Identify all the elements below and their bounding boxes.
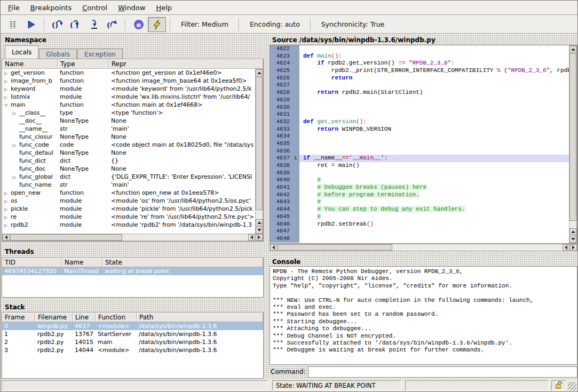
expander-icon[interactable]: ▷	[13, 109, 19, 117]
column-header-name[interactable]: Name	[2, 59, 58, 69]
thread-row[interactable]: 46974534127920MainThreadwaiting at break…	[2, 267, 263, 275]
scroll-up-button[interactable]	[569, 228, 576, 235]
source-line[interactable]: 4634	[270, 133, 569, 140]
source-vertical-scrollbar[interactable]	[569, 45, 577, 243]
source-line[interactable]: 4622	[270, 45, 569, 53]
namespace-row[interactable]: func_closurNoneTypeNone	[2, 133, 255, 141]
menu-help[interactable]: Help	[151, 2, 177, 14]
scroll-left-button[interactable]	[270, 244, 277, 251]
source-line[interactable]: 4627	[270, 82, 569, 89]
column-header-frame[interactable]: Frame	[2, 313, 35, 322]
source-line[interactable]: 4632def get_version():	[270, 118, 569, 126]
step-into-button[interactable]: ( )	[67, 17, 85, 32]
source-line[interactable]: 4628 return rpdb2.main(StartClient)	[270, 89, 569, 97]
encoding-button[interactable]: e	[130, 17, 148, 32]
source-code-area[interactable]: 46224623def main():4624 if rpdb2.get_ver…	[270, 45, 577, 244]
expander-icon[interactable]: ▷	[4, 77, 11, 85]
source-horizontal-scrollbar[interactable]	[270, 244, 577, 251]
expander-icon[interactable]: ▷	[4, 197, 11, 205]
column-header-path[interactable]: Path	[137, 313, 263, 322]
namespace-row[interactable]: ▷picklemodule<module 'pickle' from '/usr…	[2, 205, 255, 213]
source-line[interactable]: 4629	[270, 97, 569, 104]
scrollbar-thumb[interactable]	[10, 234, 122, 241]
namespace-row[interactable]: ▷func_codecode<code object main at 0x180…	[2, 141, 255, 149]
tab-locals[interactable]: Locals	[5, 45, 38, 59]
namespace-row[interactable]: ▷image_from_bfunction<function image_fro…	[2, 77, 255, 85]
run-to-cursor-button[interactable]: (	[103, 17, 121, 32]
source-line[interactable]: 4648	[270, 235, 569, 243]
expander-icon[interactable]: ▷	[4, 93, 11, 101]
step-out-button[interactable]	[85, 17, 103, 32]
column-header-filename[interactable]: Filename	[35, 313, 73, 322]
namespace-row[interactable]: func_docNoneTypeNone	[2, 165, 255, 173]
source-line[interactable]: 4637Lif __name__=='__main__':	[270, 155, 569, 162]
synchronicity-button[interactable]	[148, 17, 166, 32]
source-line[interactable]: 4636	[270, 148, 569, 155]
stack-frame-row[interactable]: 1rpdb2.py13767StartServer/data/sys/bin/w…	[2, 330, 263, 338]
source-line[interactable]: 4630	[270, 104, 569, 111]
source-line[interactable]: 4626 return	[270, 75, 569, 82]
step-over-button[interactable]: ()	[49, 17, 67, 32]
expander-icon[interactable]: ▷	[4, 85, 11, 93]
expander-icon[interactable]: ▷	[4, 221, 11, 229]
source-line[interactable]: 4639	[270, 170, 569, 177]
scroll-right-button[interactable]	[570, 244, 577, 251]
expander-icon[interactable]: ▽	[4, 101, 11, 109]
source-line[interactable]: 4643 #	[270, 198, 569, 206]
scroll-up-button[interactable]	[256, 219, 263, 226]
scroll-left-button[interactable]	[248, 234, 255, 241]
namespace-row[interactable]: func_namestr'main'	[2, 181, 255, 189]
namespace-row[interactable]: ▷remodule<module 're' from '/usr/lib64/p…	[2, 213, 255, 221]
namespace-row[interactable]: func_defaulNoneTypeNone	[2, 149, 255, 157]
expander-icon[interactable]: ▷	[13, 173, 19, 181]
source-line[interactable]: 4631	[270, 111, 569, 118]
go-button[interactable]	[22, 17, 40, 32]
menu-control[interactable]: Control	[77, 2, 113, 14]
namespace-horizontal-scrollbar[interactable]	[2, 234, 263, 241]
column-header-name[interactable]: Name	[62, 258, 102, 267]
break-button[interactable]	[4, 17, 22, 32]
namespace-row[interactable]: ▷open_newfunction<function open_new at 0…	[2, 189, 255, 197]
command-input[interactable]	[308, 366, 577, 378]
column-header-tid[interactable]: TID	[2, 258, 62, 267]
namespace-row[interactable]: ▷listmixmodule<module 'wx.lib.mixins.lis…	[2, 93, 255, 101]
namespace-row[interactable]: ▷__class__type<type 'function'>	[2, 109, 255, 117]
stack-frame-row[interactable]: 2rpdb2.py14015main/data/sys/bin/winpdb-1…	[2, 338, 263, 346]
source-line[interactable]: 4647	[270, 228, 569, 235]
scrollbar-thumb[interactable]	[569, 53, 576, 221]
column-header-function[interactable]: Function	[96, 313, 137, 322]
column-header-type[interactable]: Type	[58, 59, 109, 69]
source-line[interactable]: 4645 #	[270, 213, 569, 221]
expander-icon[interactable]: ▷	[13, 141, 19, 149]
namespace-row[interactable]: ▷keywordmodule<module 'keyword' from '/u…	[2, 85, 255, 93]
source-line[interactable]: 4633 return WINPDB_VERSION	[270, 126, 569, 133]
column-header-repr[interactable]: Repr	[109, 59, 263, 69]
source-line[interactable]: 4624 if rpdb2.get_version() != "RPDB_2_3…	[270, 60, 569, 67]
namespace-row[interactable]: ▽mainfunction<function main at 0x1ef4668…	[2, 101, 255, 109]
scroll-down-button[interactable]	[256, 227, 263, 234]
namespace-row[interactable]: __doc__NoneTypeNone	[2, 117, 255, 125]
menu-window[interactable]: Window	[113, 2, 151, 14]
column-header-line[interactable]: Line	[73, 313, 96, 322]
scroll-right-button[interactable]	[256, 234, 263, 241]
expander-icon[interactable]: ▷	[4, 213, 11, 221]
scrollbar-thumb[interactable]	[256, 77, 263, 210]
source-line[interactable]: 4642 # before program termination.	[270, 191, 569, 199]
menu-file[interactable]: File	[3, 2, 25, 14]
scroll-up-button[interactable]	[256, 69, 263, 76]
scrollbar-thumb[interactable]	[278, 244, 392, 251]
stack-frame-row[interactable]: 0winpdb.py4637<module>/data/sys/bin/winp…	[2, 322, 263, 330]
namespace-row[interactable]: __name__str'main'	[2, 125, 255, 133]
window-resize-grip[interactable]	[568, 382, 576, 390]
menu-breakpoints[interactable]: Breakpoints	[25, 2, 77, 14]
namespace-row[interactable]: ▷osmodule<module 'os' from '/usr/lib64/p…	[2, 197, 255, 205]
source-line[interactable]: 4623def main():	[270, 53, 569, 60]
console-output[interactable]: RPDB - The Remote Python Debugger, versi…	[270, 266, 577, 365]
namespace-row[interactable]: ▷get_versionfunction<function get_versio…	[2, 69, 255, 77]
scroll-left-button[interactable]	[3, 234, 10, 241]
source-line[interactable]: 4638 ret = main()	[270, 162, 569, 170]
scroll-left-button[interactable]	[563, 244, 569, 251]
scroll-up-button[interactable]	[569, 46, 576, 53]
column-header-state[interactable]: State	[102, 258, 263, 267]
source-line[interactable]: 4625 rpdb2._print(STR_ERROR_INTERFACE_CO…	[270, 67, 569, 75]
